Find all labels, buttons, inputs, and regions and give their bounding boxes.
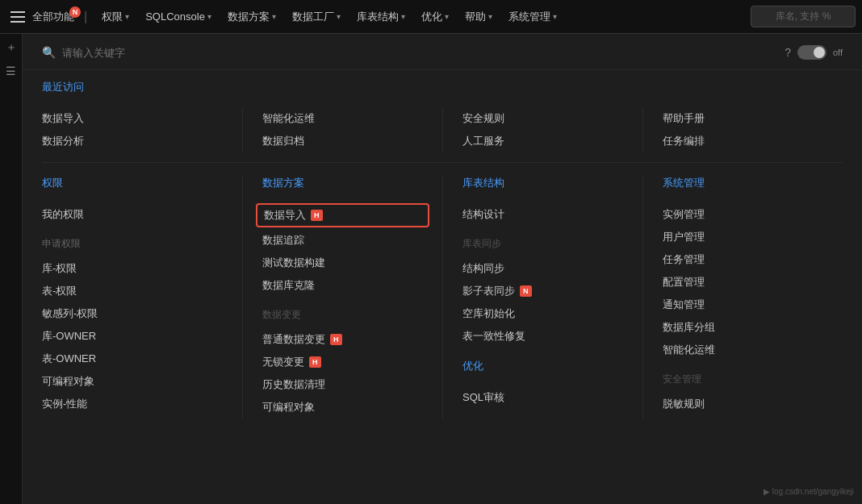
list-item[interactable]: 表-权限 xyxy=(42,280,223,302)
badge-h: H xyxy=(330,334,342,346)
list-item[interactable]: 用户管理 xyxy=(663,226,823,248)
section-data-plan: 数据方案 数据导入 H 数据追踪 测试数据构建 数据库克隆 数据变更 普通数据变… xyxy=(242,176,442,419)
list-item[interactable]: SQL审核 xyxy=(462,386,623,409)
list-item[interactable]: 我的权限 xyxy=(42,203,223,226)
list-item[interactable]: 空库初始化 xyxy=(462,302,623,325)
list-item[interactable]: 库-权限 xyxy=(42,257,223,280)
quanxian-title: 权限 xyxy=(42,176,223,194)
recent-col4: 帮助手册 任务编排 xyxy=(642,107,843,152)
help-icon[interactable]: ? xyxy=(785,46,791,59)
list-item[interactable]: 表-OWNER xyxy=(42,348,223,370)
nav-sqlconsole[interactable]: SQLConsole ▾ xyxy=(137,0,220,34)
sidebar-menu-icon[interactable]: ☰ xyxy=(3,65,19,77)
toggle-knob xyxy=(814,47,825,58)
sections-grid: 权限 我的权限 申请权限 库-权限 表-权限 敏感列-权限 库-OWNER 表-… xyxy=(23,176,862,431)
sidebar-add-icon[interactable]: ＋ xyxy=(3,40,19,55)
recent-title: 最近访问 xyxy=(42,80,843,98)
list-item[interactable]: 可编程对象 xyxy=(262,396,423,419)
nav-table-structure[interactable]: 库表结构 ▾ xyxy=(349,0,413,34)
sidebar: ＋ ☰ xyxy=(0,34,23,504)
table-structure-title: 库表结构 xyxy=(462,176,623,194)
list-item[interactable]: 数据追踪 xyxy=(262,229,423,252)
system-admin-title: 系统管理 xyxy=(663,176,823,194)
list-item[interactable]: 可编程对象 xyxy=(42,370,223,393)
list-item[interactable]: 通知管理 xyxy=(663,294,823,316)
nav-db-search[interactable]: 库名, 支持 % xyxy=(751,6,856,27)
all-features-item[interactable]: 全部功能 N xyxy=(32,10,74,24)
list-item[interactable]: 数据导入 xyxy=(42,107,223,130)
nav-sqlconsole-arrow: ▾ xyxy=(207,12,211,21)
list-item[interactable]: 影子表同步 N xyxy=(462,280,623,302)
list-item[interactable]: 库-OWNER xyxy=(42,325,223,348)
badge-n: N xyxy=(520,285,532,298)
nav-data-factory[interactable]: 数据工厂 ▾ xyxy=(284,0,349,34)
list-item[interactable]: 结构同步 xyxy=(462,257,623,280)
list-item[interactable]: 普通数据变更 H xyxy=(262,328,423,351)
section-quanxian: 权限 我的权限 申请权限 库-权限 表-权限 敏感列-权限 库-OWNER 表-… xyxy=(42,176,242,419)
nav-data-plan[interactable]: 数据方案 ▾ xyxy=(220,0,284,34)
top-nav: 全部功能 N | 权限 ▾ SQLConsole ▾ 数据方案 ▾ 数据工厂 ▾… xyxy=(0,0,862,34)
nav-table-structure-label: 库表结构 xyxy=(357,10,399,24)
toggle-switch[interactable] xyxy=(797,45,826,60)
nav-data-factory-arrow: ▾ xyxy=(337,12,341,21)
list-item[interactable]: 数据库分组 xyxy=(663,316,823,339)
section-table-structure: 库表结构 结构设计 库表同步 结构同步 影子表同步 N 空库初始化 表一致性修复… xyxy=(442,176,642,419)
main-layout: ＋ ☰ 🔍 ? off 最近访问 数据导入 数据分析 xyxy=(0,34,862,504)
list-item[interactable]: 表一致性修复 xyxy=(462,325,623,348)
recent-col1: 数据导入 数据分析 xyxy=(42,107,242,152)
recent-col2: 智能化运维 数据归档 xyxy=(242,107,442,152)
search-icon: 🔍 xyxy=(42,46,56,59)
list-item[interactable]: 人工服务 xyxy=(462,130,623,152)
list-item[interactable]: 帮助手册 xyxy=(663,107,823,130)
table-sync-subtitle: 库表同步 xyxy=(462,237,623,251)
list-item[interactable]: 数据库克隆 xyxy=(262,274,423,297)
list-item[interactable]: 配置管理 xyxy=(663,271,823,294)
nav-optimize-label: 优化 xyxy=(421,10,442,24)
hamburger-menu[interactable] xyxy=(6,6,29,28)
list-item[interactable]: 实例管理 xyxy=(663,203,823,226)
main-panel: 🔍 ? off 最近访问 数据导入 数据分析 智能化运维 数据归档 xyxy=(23,34,862,504)
nav-quanxian-label: 权限 xyxy=(102,10,123,24)
security-admin-subtitle: 安全管理 xyxy=(663,373,823,386)
list-item[interactable]: 智能化运维 xyxy=(663,339,823,361)
all-features-badge: N xyxy=(69,6,81,18)
list-item[interactable]: 历史数据清理 xyxy=(262,373,423,396)
recent-col3: 安全规则 人工服务 xyxy=(442,107,642,152)
list-item[interactable]: 结构设计 xyxy=(462,203,623,226)
toggle-label: off xyxy=(833,48,843,57)
search-input[interactable] xyxy=(62,47,778,59)
list-item[interactable]: 数据分析 xyxy=(42,130,223,152)
nav-system-admin[interactable]: 系统管理 ▾ xyxy=(500,0,565,34)
recent-grid: 数据导入 数据分析 智能化运维 数据归档 安全规则 人工服务 帮助手册 任务编排 xyxy=(42,107,843,152)
nav-optimize-arrow: ▾ xyxy=(445,12,449,21)
section-system-admin: 系统管理 实例管理 用户管理 任务管理 配置管理 通知管理 数据库分组 智能化运… xyxy=(642,176,843,419)
nav-quanxian-arrow: ▾ xyxy=(125,12,129,21)
list-item[interactable]: 敏感列-权限 xyxy=(42,302,223,325)
list-item[interactable]: 实例-性能 xyxy=(42,393,223,415)
list-item[interactable]: 脱敏规则 xyxy=(663,393,823,415)
nav-help-label: 帮助 xyxy=(465,10,486,24)
list-item[interactable]: 任务管理 xyxy=(663,248,823,271)
quanxian-subtitle: 申请权限 xyxy=(42,237,223,251)
nav-data-plan-label: 数据方案 xyxy=(228,10,270,24)
panel-search-bar: 🔍 ? off xyxy=(23,34,862,70)
badge-h: H xyxy=(309,356,321,369)
list-item[interactable]: 安全规则 xyxy=(462,107,623,130)
optimize-title: 优化 xyxy=(462,359,623,377)
nav-optimize[interactable]: 优化 ▾ xyxy=(413,0,457,34)
data-change-subtitle: 数据变更 xyxy=(262,308,423,322)
nav-sqlconsole-label: SQLConsole xyxy=(145,10,205,23)
nav-data-plan-arrow: ▾ xyxy=(272,12,276,21)
nav-help-arrow: ▾ xyxy=(488,12,492,21)
nav-quanxian[interactable]: 权限 ▾ xyxy=(94,0,137,34)
nav-data-factory-label: 数据工厂 xyxy=(292,10,334,24)
list-item[interactable]: 无锁变更 H xyxy=(262,351,423,373)
list-item[interactable]: 数据归档 xyxy=(262,130,423,152)
nav-system-admin-arrow: ▾ xyxy=(553,12,557,21)
list-item[interactable]: 测试数据构建 xyxy=(262,252,423,274)
data-import-item[interactable]: 数据导入 H xyxy=(256,203,429,227)
list-item[interactable]: 智能化运维 xyxy=(262,107,423,130)
data-plan-title: 数据方案 xyxy=(262,176,423,194)
nav-help[interactable]: 帮助 ▾ xyxy=(457,0,500,34)
list-item[interactable]: 任务编排 xyxy=(663,130,823,152)
